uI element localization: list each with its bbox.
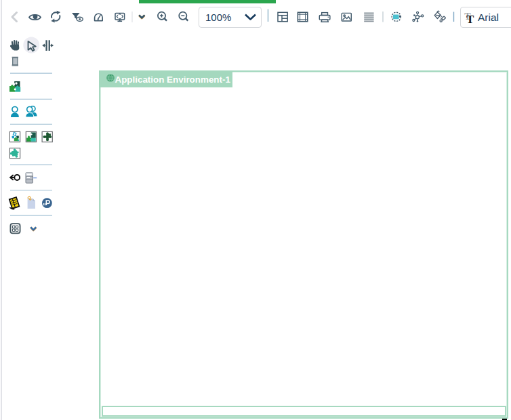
svg-text:T: T [466,13,474,26]
